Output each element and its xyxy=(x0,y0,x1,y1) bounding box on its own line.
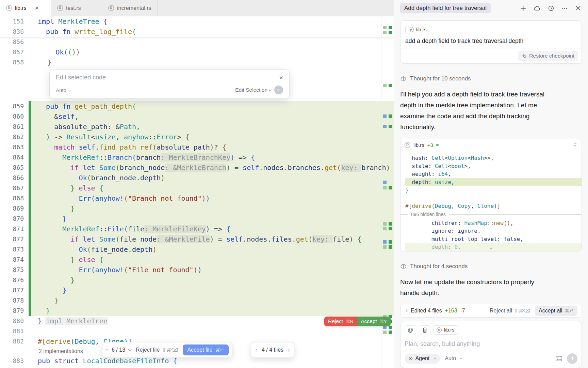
brain-icon xyxy=(400,263,407,269)
chevron-down-icon[interactable] xyxy=(490,244,492,250)
tab-lib-rs[interactable]: R lib.rs × xyxy=(0,0,51,16)
diff-code-line: } xyxy=(405,186,582,194)
history-icon[interactable] xyxy=(548,5,554,12)
unsaved-dot xyxy=(436,144,439,146)
user-message-text: add a depth field to track tree traversa… xyxy=(405,37,577,45)
code-line: 868 Err(anyhow!("Branch not found")) xyxy=(0,193,394,203)
rules-button[interactable] xyxy=(419,325,430,335)
undo-icon xyxy=(522,53,527,59)
files-position: 4 / 4 files xyxy=(262,347,283,353)
selection-bar xyxy=(29,224,31,234)
code-line: 865 if let Some(branch_node: &MerkleBran… xyxy=(0,163,394,173)
close-tab-icon[interactable]: × xyxy=(35,5,39,11)
line-number: 868 xyxy=(0,193,27,203)
composer-input[interactable]: Plan, search, build anything xyxy=(405,340,577,348)
thought-label: Thought for 4 seconds xyxy=(410,263,468,270)
code-line: 869 } xyxy=(0,203,394,214)
chevron-up-icon xyxy=(460,357,462,360)
assist-model-selector[interactable]: Auto xyxy=(56,87,70,93)
thought-label: Thought for 10 seconds xyxy=(410,75,471,82)
thought-row[interactable]: Thought for 4 seconds xyxy=(400,263,582,270)
chevron-down-icon xyxy=(269,89,272,91)
rust-file-icon: R xyxy=(6,5,12,11)
next-file-icon[interactable] xyxy=(287,348,290,352)
selection-bar xyxy=(29,285,31,295)
accept-file-button[interactable]: Accept file⌘↵ xyxy=(183,344,228,355)
selection-bar xyxy=(29,193,31,203)
line-number: 858 xyxy=(0,57,27,67)
line-number: 883 xyxy=(0,356,27,366)
selection-bar xyxy=(29,295,31,306)
reject-hunk-button[interactable]: Reject⌘N xyxy=(324,317,357,326)
tab-incremental-rs[interactable]: R incremental.rs xyxy=(102,0,158,16)
diff-nav-toolbar: 6 / 13 Reject file⇧⌘⌫ Accept file⌘↵ xyxy=(102,342,232,358)
code-line: 861 absolute_path: &Path, xyxy=(0,122,394,132)
hunk-review-buttons: Reject⌘N Accept⌘Y xyxy=(324,317,391,326)
code-line: 871 MerkleRef::File(file: MerkleFileKey)… xyxy=(0,224,394,234)
sticky-context-lines: 151impl MerkleTree {836 pub fn write_log… xyxy=(0,16,394,37)
line-number: 863 xyxy=(0,142,27,152)
close-icon[interactable] xyxy=(575,5,581,11)
hidden-lines-separator[interactable]: 896 hidden lines xyxy=(401,210,582,219)
prev-file-icon[interactable] xyxy=(256,348,259,352)
line-number: 874 xyxy=(0,255,27,265)
prev-hunk-icon[interactable] xyxy=(105,348,109,352)
model-selector[interactable]: Auto xyxy=(445,355,462,362)
line-number: 867 xyxy=(0,183,27,193)
code-line: 867 } else { xyxy=(0,183,394,193)
selection-bar xyxy=(29,356,31,366)
code-line: 857 Ok(()) xyxy=(0,47,394,57)
assist-input[interactable]: Edit selected code xyxy=(56,74,106,81)
accept-hunk-button[interactable]: Accept⌘Y xyxy=(357,317,391,326)
more-icon[interactable] xyxy=(561,5,568,12)
diff-code-line xyxy=(405,194,582,202)
plus-icon[interactable] xyxy=(520,5,526,12)
line-number: 857 xyxy=(0,47,27,57)
mention-button[interactable]: @ xyxy=(405,325,416,335)
cloud-icon[interactable] xyxy=(534,5,541,12)
thread-scroll-area[interactable]: R lib.rs add a depth field to track tree… xyxy=(394,16,588,368)
diff-code-line: children: HashMap::new(), xyxy=(405,219,582,227)
assist-submit-button[interactable] xyxy=(274,86,283,94)
close-icon[interactable]: × xyxy=(279,74,283,81)
reject-all-button[interactable]: Reject all⇧⌘⌫ xyxy=(490,308,530,314)
scrollbar-divider xyxy=(381,16,381,368)
line-number: 875 xyxy=(0,265,27,275)
chevron-right-icon[interactable] xyxy=(404,309,408,312)
selection-bar xyxy=(29,101,31,111)
line-number: 878 xyxy=(0,295,27,306)
selection-bar xyxy=(29,27,31,37)
agent-mode-selector[interactable]: ∞ Agent xyxy=(405,354,440,364)
reject-file-button[interactable]: Reject file⇧⌘⌫ xyxy=(136,347,178,353)
rust-file-icon: R xyxy=(437,327,442,333)
selection-bar xyxy=(29,326,31,336)
rust-file-icon: R xyxy=(409,27,414,32)
code-line: 864 MerkleRef::Branch(branch: MerkleBran… xyxy=(0,152,394,163)
message-composer[interactable]: @ R lib.rs Plan, search, build anything … xyxy=(400,321,582,368)
line-number: 876 xyxy=(0,275,27,285)
edited-file-name: lib.rs xyxy=(413,142,424,148)
file-context-chip[interactable]: R lib.rs xyxy=(433,325,458,335)
line-number: 869 xyxy=(0,203,27,214)
code-line: 876 } xyxy=(0,275,394,285)
restore-checkpoint-button[interactable]: Restore checkpoint xyxy=(518,51,578,61)
image-icon[interactable] xyxy=(555,355,562,362)
edit-selection-button[interactable]: Edit Selection xyxy=(235,87,271,93)
thought-row[interactable]: Thought for 10 seconds xyxy=(400,75,582,82)
inline-assist-popup: Edit selected code × Auto Edit Selection xyxy=(49,70,290,98)
code-lines-main: 859 pub fn get_path_depth(860 &self,861 … xyxy=(0,101,394,366)
next-hunk-icon[interactable] xyxy=(128,348,132,351)
edited-file-card-header[interactable]: R lib.rs +3 xyxy=(401,139,582,151)
code-line: 863 match self.find_path_ref(absolute_pa… xyxy=(0,142,394,152)
tab-label: test.rs xyxy=(66,5,81,11)
send-button[interactable] xyxy=(567,353,577,364)
agent-panel: Add depth field for tree traversal R lib… xyxy=(394,0,588,368)
agent-panel-header: Add depth field for tree traversal xyxy=(394,0,588,16)
code-line: 873 Ok(file_node.depth) xyxy=(0,244,394,255)
thread-title[interactable]: Add depth field for tree traversal xyxy=(400,3,491,13)
file-context-chip[interactable]: R lib.rs xyxy=(405,25,430,34)
line-number: 862 xyxy=(0,132,27,142)
expand-icon[interactable] xyxy=(573,142,577,149)
accept-all-button[interactable]: Accept all⌘↵ xyxy=(535,306,577,316)
tab-test-rs[interactable]: R test.rs xyxy=(51,0,102,16)
